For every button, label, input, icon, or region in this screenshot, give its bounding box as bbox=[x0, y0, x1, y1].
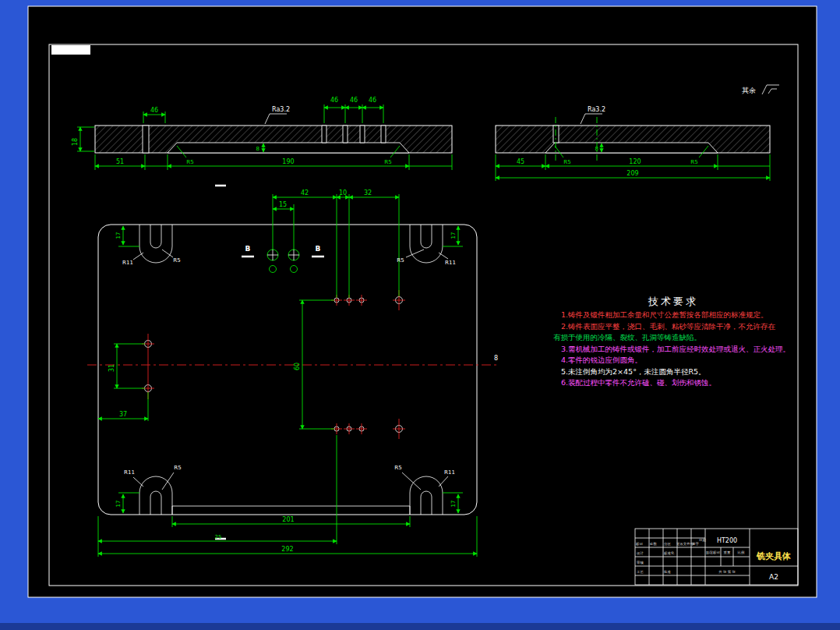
radius-label: R5 bbox=[394, 465, 401, 471]
dim-label: 60 bbox=[294, 363, 301, 370]
tb-label-design: 设计 bbox=[637, 551, 644, 555]
part-name: 铣夹具体 bbox=[756, 551, 791, 561]
dim-label: 45 bbox=[517, 158, 524, 165]
radius-label: R11 bbox=[124, 469, 135, 476]
dim-label: 18 bbox=[72, 138, 79, 146]
dim-label: 201 bbox=[282, 516, 294, 523]
sheet-frame bbox=[28, 6, 817, 597]
section-letter: B bbox=[316, 245, 321, 253]
radius-label: R5 bbox=[173, 257, 180, 264]
tb-label-date: 日期 bbox=[699, 538, 706, 542]
dim-label: 46 bbox=[330, 97, 338, 104]
radius-label: R5 bbox=[174, 465, 181, 471]
dim-label: 292 bbox=[281, 546, 293, 553]
dim-label: 10 bbox=[339, 189, 347, 196]
dim-label: 46 bbox=[369, 97, 376, 104]
corner-strip bbox=[51, 45, 90, 55]
dim-label: 15 bbox=[279, 201, 287, 208]
dim-label: 17 bbox=[115, 232, 122, 239]
tech-requirement-line: 有损于使用的冷隔、裂纹、孔洞等铸造缺陷。 bbox=[553, 333, 701, 342]
dim-label: 17 bbox=[450, 232, 457, 239]
viewer-bottom-strip bbox=[0, 623, 840, 630]
fillet-label: R5 bbox=[186, 159, 193, 165]
ra-label: Ra3.2 bbox=[588, 106, 605, 113]
radius-label: R11 bbox=[122, 260, 133, 266]
dim-label: 8 bbox=[595, 146, 598, 152]
sheet-size: A2 bbox=[769, 573, 778, 581]
hole-size-label: 8 bbox=[494, 355, 498, 362]
dim-label: 46 bbox=[350, 97, 358, 104]
material-label: HT200 bbox=[717, 537, 737, 544]
dim-label: 37 bbox=[119, 411, 127, 418]
tb-label-check: 审核 bbox=[637, 561, 644, 565]
dim-label: 190 bbox=[282, 158, 294, 165]
tb-label-approve: 批准 bbox=[663, 570, 671, 574]
cad-drawing: 其余 Ra3.2 46 46 46 46 8 51 190 R5 R5 18 bbox=[0, 0, 840, 630]
dim-label: 8 bbox=[256, 146, 259, 152]
tb-label-craft: 工艺 bbox=[637, 570, 644, 574]
tech-requirement-line: 1.铸件及锻件粗加工余量和尺寸公差暂按各部相应的标准规定。 bbox=[561, 310, 768, 319]
dim-label: 31 bbox=[108, 364, 115, 372]
fillet-label: R5 bbox=[384, 159, 391, 165]
tb-label-standard: 标准化 bbox=[664, 550, 675, 556]
ra-label: Ra3.2 bbox=[272, 106, 290, 113]
radius-label: R5 bbox=[397, 257, 404, 264]
dim-label: 32 bbox=[364, 189, 372, 196]
dim-label: 25 bbox=[215, 534, 222, 540]
tb-label-sign: 签字 bbox=[692, 542, 699, 546]
radius-label: R11 bbox=[445, 260, 456, 266]
tech-requirement-line: 5.未注倒角均为2×45°，未注圆角半径R5。 bbox=[561, 367, 706, 376]
dim-label: 46 bbox=[150, 107, 158, 114]
dim-label: 17 bbox=[115, 501, 122, 508]
fillet-label: R5 bbox=[563, 159, 570, 165]
tech-requirements-title: 技术要求 bbox=[648, 296, 698, 307]
tech-requirement-line: 3.需机械加工的铸件或锻件，加工前应经时效处理或退火、正火处理。 bbox=[561, 345, 790, 353]
tech-requirement-line: 2.铸件表面应平整，浇口、毛刺、粘砂等应清除干净，不允许存在 bbox=[561, 322, 776, 331]
dim-label: 42 bbox=[301, 189, 309, 196]
tb-label-zone: 分区 bbox=[664, 542, 671, 546]
fillet-label: R5 bbox=[690, 159, 697, 165]
tb-label-qty: 处数 bbox=[650, 542, 657, 546]
surface-note-label: 其余 bbox=[742, 87, 756, 94]
dim-label: 17 bbox=[450, 501, 457, 508]
dim-label: 51 bbox=[116, 158, 124, 165]
tb-label-weight: 重量 bbox=[724, 550, 731, 554]
cad-preview-window: 其余 Ra3.2 46 46 46 46 8 51 190 R5 R5 18 bbox=[0, 0, 840, 630]
radius-label: R11 bbox=[444, 469, 455, 476]
tb-label-sheets: 共 张 第 张 bbox=[718, 570, 736, 574]
tech-requirement-line: 6.装配过程中零件不允许磕、碰、划伤和锈蚀。 bbox=[561, 378, 716, 387]
dim-label: 209 bbox=[626, 170, 638, 177]
section-letter: B bbox=[245, 245, 251, 253]
tech-requirement-line: 4.零件的锐边应倒圆角。 bbox=[561, 356, 642, 364]
dim-label: 120 bbox=[629, 158, 641, 165]
